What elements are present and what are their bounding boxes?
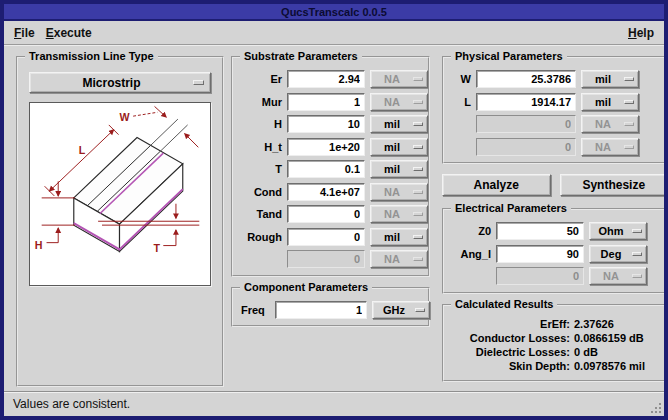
dropdown-dash-icon xyxy=(632,229,642,233)
w-input[interactable] xyxy=(476,70,576,88)
unit-label: GHz xyxy=(373,304,415,316)
l-unit-dropdown[interactable]: mil xyxy=(581,93,639,111)
result-conductor-losses: Conductor Losses: 0.0866159 dB xyxy=(450,332,660,344)
resize-grip-icon[interactable] xyxy=(659,411,661,413)
dropdown-dash-icon xyxy=(413,145,423,149)
z0-input[interactable] xyxy=(496,222,584,240)
er-label: Er xyxy=(239,73,287,85)
h-unit-dropdown[interactable]: mil xyxy=(370,115,428,133)
result-label: Dielectric Losses: xyxy=(450,346,570,358)
param-row-freq: Freq GHz xyxy=(239,301,422,319)
unit-label: NA xyxy=(371,73,413,85)
unit-label: mil xyxy=(371,141,413,153)
result-value: 0.0866159 dB xyxy=(570,332,644,344)
param-row-tand: Tand NA xyxy=(239,205,422,223)
z0-unit-dropdown[interactable]: Ohm xyxy=(589,222,647,240)
dropdown-dash-icon xyxy=(624,145,634,149)
dropdown-dash-icon xyxy=(632,252,642,256)
h-input[interactable] xyxy=(287,115,365,133)
param-row-h: H mil xyxy=(239,115,422,133)
er-unit-dropdown: NA xyxy=(370,70,428,88)
synthesize-button[interactable]: Synthesize xyxy=(560,174,668,196)
dropdown-dash-icon xyxy=(413,235,423,239)
unused-unit-dropdown: NA xyxy=(370,250,428,268)
z0-label: Z0 xyxy=(450,225,496,237)
unit-label: mil xyxy=(582,96,624,108)
result-value: 0 dB xyxy=(570,346,598,358)
diagram-label-h: H xyxy=(35,239,43,251)
param-row-elec-unused: NA xyxy=(450,267,660,285)
w-label: W xyxy=(450,73,476,85)
rough-unit-dropdown[interactable]: mil xyxy=(370,228,428,246)
ht-unit-dropdown[interactable]: mil xyxy=(370,138,428,156)
dropdown-dash-icon xyxy=(413,257,423,261)
ht-label: H_t xyxy=(239,141,287,153)
rough-input[interactable] xyxy=(287,228,365,246)
analyze-button[interactable]: Analyze xyxy=(442,174,551,196)
param-row-cond: Cond NA xyxy=(239,183,422,201)
param-row-w: W mil xyxy=(450,70,660,88)
result-ereff: ErEff: 2.37626 xyxy=(450,318,660,330)
title-bar[interactable]: QucsTranscalc 0.0.5 xyxy=(4,4,664,21)
group-title: Calculated Results xyxy=(451,298,557,310)
dropdown-dash-icon xyxy=(413,167,423,171)
param-row-ht: H_t mil xyxy=(239,138,422,156)
group-title: Component Parameters xyxy=(240,281,372,293)
transmission-line-type-group: Transmission Line Type Microstrip xyxy=(16,56,224,387)
freq-unit-dropdown[interactable]: GHz xyxy=(372,301,430,319)
unit-label: NA xyxy=(582,118,624,130)
unused-input xyxy=(476,115,576,133)
menu-file[interactable]: File xyxy=(12,24,44,42)
t-unit-dropdown[interactable]: mil xyxy=(370,160,428,178)
mur-input[interactable] xyxy=(287,93,365,111)
dropdown-dash-icon xyxy=(193,80,204,85)
angl-unit-dropdown[interactable]: Deg xyxy=(589,245,647,263)
microstrip-diagram-panel: W L H xyxy=(29,102,211,286)
rough-label: Rough xyxy=(239,231,287,243)
substrate-parameters-group: Substrate Parameters Er NA Mur NA xyxy=(231,56,430,277)
l-input[interactable] xyxy=(476,93,576,111)
ht-input[interactable] xyxy=(287,138,365,156)
unused-input xyxy=(496,267,584,285)
action-buttons: Analyze Synthesize xyxy=(442,174,668,196)
unused-unit-dropdown: NA xyxy=(589,267,647,285)
mur-unit-dropdown: NA xyxy=(370,93,428,111)
dropdown-dash-icon xyxy=(413,212,423,216)
result-value: 0.0978576 mil xyxy=(570,360,645,372)
angl-input[interactable] xyxy=(496,245,584,263)
unit-label: mil xyxy=(582,73,624,85)
unit-label: mil xyxy=(371,163,413,175)
w-unit-dropdown[interactable]: mil xyxy=(581,70,639,88)
diagram-label-t: T xyxy=(154,242,161,254)
er-input[interactable] xyxy=(287,70,365,88)
tand-input[interactable] xyxy=(287,205,365,223)
unit-label: NA xyxy=(590,270,632,282)
result-skin-depth: Skin Depth: 0.0978576 mil xyxy=(450,360,660,372)
dropdown-dash-icon xyxy=(413,122,423,126)
diagram-label-w: W xyxy=(120,111,131,123)
menu-execute[interactable]: Execute xyxy=(44,24,101,42)
tand-unit-dropdown: NA xyxy=(370,205,428,223)
cond-input[interactable] xyxy=(287,183,365,201)
unused-input xyxy=(287,250,365,268)
t-label: T xyxy=(239,163,287,175)
unit-label: Ohm xyxy=(590,225,632,237)
freq-input[interactable] xyxy=(275,301,367,319)
line-type-selected: Microstrip xyxy=(30,76,193,90)
diagram-label-l: L xyxy=(79,144,86,156)
line-type-dropdown[interactable]: Microstrip xyxy=(29,72,211,93)
result-label: Conductor Losses: xyxy=(450,332,570,344)
menu-help[interactable]: Help xyxy=(626,24,656,42)
menu-bar: File Execute Help xyxy=(4,21,664,45)
result-value: 2.37626 xyxy=(570,318,614,330)
param-row-unused: NA xyxy=(239,250,422,268)
dropdown-dash-icon xyxy=(413,100,423,104)
unit-label: Deg xyxy=(590,248,632,260)
t-input[interactable] xyxy=(287,160,365,178)
unit-label: NA xyxy=(371,208,413,220)
component-parameters-group: Component Parameters Freq GHz xyxy=(231,287,430,328)
param-row-mur: Mur NA xyxy=(239,93,422,111)
unit-label: mil xyxy=(371,118,413,130)
param-row-angl: Ang_l Deg xyxy=(450,245,660,263)
transmission-column: Transmission Line Type Microstrip xyxy=(16,56,224,389)
